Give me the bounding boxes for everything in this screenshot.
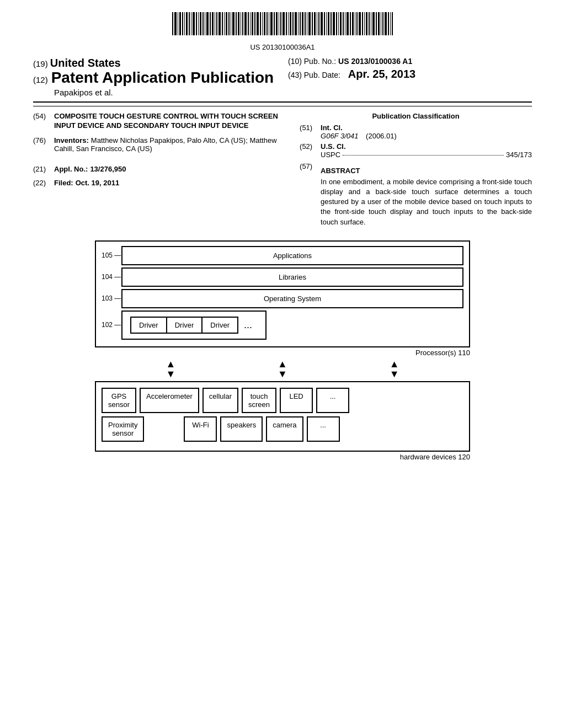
authors: Papakipos et al. [33, 88, 277, 97]
pub-date-line: (43) Pub. Date: Apr. 25, 2013 [288, 68, 532, 81]
patent-type: Patent Application Publication [51, 69, 274, 87]
svg-rect-57 [307, 12, 307, 35]
svg-rect-67 [331, 12, 332, 35]
svg-rect-25 [231, 12, 231, 35]
svg-rect-77 [355, 12, 355, 35]
country-num: (19) [33, 59, 48, 68]
svg-rect-81 [364, 12, 365, 35]
svg-rect-2 [178, 12, 178, 35]
arrow-up-3: ▲ [390, 359, 399, 369]
svg-rect-13 [202, 12, 204, 35]
filed-content: Filed:Oct. 19, 2011 [54, 179, 289, 187]
svg-rect-52 [295, 12, 297, 35]
os-layer: Operating System [121, 289, 463, 308]
svg-rect-61 [317, 12, 317, 35]
svg-rect-47 [282, 12, 285, 35]
diagram-section: 105 — Applications 104 — Libraries 103 —… [33, 240, 532, 461]
svg-rect-74 [347, 12, 349, 35]
arrow-down-3: ▼ [390, 369, 399, 379]
libraries-row: 104 — Libraries [102, 267, 463, 287]
header-section: (19) United States (12) Patent Applicati… [33, 57, 532, 97]
svg-rect-35 [254, 12, 255, 35]
svg-rect-68 [333, 12, 335, 35]
header-left: (19) United States (12) Patent Applicati… [33, 57, 277, 97]
int-cl-content: Int. Cl. G06F 3/041 (2006.01) [321, 124, 532, 140]
filed-value: Oct. 19, 2011 [76, 179, 120, 187]
arrow-2: ▲ ▼ [278, 359, 287, 379]
type-num: (12) [33, 75, 48, 84]
hw-empty [147, 416, 180, 442]
arrow-up-2: ▲ [278, 359, 287, 369]
header-right: (10) Pub. No.: US 2013/0100036 A1 (43) P… [277, 57, 532, 81]
svg-rect-83 [369, 12, 370, 35]
hw-row-2: Proximity sensor Wi-Fi speakers camera .… [102, 416, 463, 442]
abstract-heading: ABSTRACT [321, 167, 532, 175]
hw-cellular: cellular [202, 388, 238, 413]
svg-rect-11 [198, 12, 199, 35]
svg-rect-72 [343, 12, 344, 35]
dots [343, 155, 504, 156]
svg-rect-59 [312, 12, 313, 35]
svg-rect-69 [336, 12, 337, 35]
driver-2: Driver [166, 317, 203, 334]
svg-rect-48 [286, 12, 287, 35]
os-row: 103 — Operating System [102, 289, 463, 308]
layer-103-num: 103 — [102, 295, 121, 302]
divider-top [33, 101, 532, 103]
svg-rect-37 [260, 12, 261, 35]
svg-rect-10 [196, 12, 197, 35]
svg-rect-54 [300, 12, 301, 35]
svg-rect-79 [359, 12, 361, 35]
driver-1: Driver [130, 317, 167, 334]
svg-rect-85 [372, 12, 375, 35]
processor-label: Processor(s) 110 [415, 349, 470, 357]
patent-number-display: US 20130100036A1 [33, 43, 532, 51]
layer-104-num: 104 — [102, 273, 121, 281]
barcode-image [167, 11, 398, 39]
libraries-layer: Libraries [121, 267, 463, 287]
title-num: (54) [33, 112, 54, 131]
svg-rect-33 [250, 12, 250, 35]
us-cl-label: U.S. Cl. [321, 142, 346, 151]
svg-rect-87 [378, 12, 380, 35]
pub-number-line: (10) Pub. No.: US 2013/0100036 A1 [288, 57, 532, 66]
applications-row: 105 — Applications [102, 246, 463, 265]
pub-date-value: Apr. 25, 2013 [348, 68, 415, 80]
title-field: (54) COMPOSITE TOUCH GESTURE CONTROL WIT… [33, 112, 289, 131]
pub-num-label: (10) Pub. No.: [288, 57, 336, 66]
barcode-area [33, 11, 532, 41]
right-col: Publication Classification (51) Int. Cl.… [300, 112, 532, 229]
svg-rect-15 [206, 12, 209, 35]
hw-ellipsis-1: ... [316, 388, 349, 413]
svg-rect-39 [264, 12, 265, 35]
os-box: Operating System [121, 289, 463, 308]
int-cl-label: Int. Cl. [321, 124, 343, 132]
abstract-num: (57) [300, 162, 321, 227]
svg-rect-60 [314, 12, 316, 35]
svg-rect-56 [305, 12, 306, 35]
svg-rect-91 [388, 12, 389, 35]
hw-ellipsis-2: ... [307, 416, 340, 442]
svg-rect-44 [276, 12, 278, 35]
hardware-outer: GPS sensor Accelerometer cellular touch … [95, 381, 470, 452]
svg-rect-63 [321, 12, 323, 35]
pub-num-value: US 2013/0100036 A1 [338, 57, 412, 66]
svg-rect-41 [269, 12, 269, 35]
appl-num: (21) [33, 165, 54, 173]
arrow-down-1: ▼ [166, 369, 175, 379]
title-text: COMPOSITE TOUCH GESTURE CONTROL WITH TOU… [54, 112, 278, 130]
svg-rect-31 [244, 12, 247, 35]
appl-label: Appl. No.: [54, 165, 88, 173]
hw-speakers: speakers [220, 416, 263, 442]
svg-rect-19 [216, 12, 217, 35]
driver-3: Driver [201, 317, 238, 334]
svg-rect-45 [279, 12, 279, 35]
svg-rect-88 [381, 12, 381, 35]
svg-rect-53 [298, 12, 299, 35]
drivers-content: Driver Driver Driver ... [121, 311, 463, 340]
svg-rect-64 [324, 12, 325, 35]
svg-rect-16 [210, 12, 211, 35]
us-cl-content: U.S. Cl. USPC 345/173 [321, 142, 532, 159]
int-cl-row: (51) Int. Cl. G06F 3/041 (2006.01) [300, 124, 532, 140]
filed-num: (22) [33, 179, 54, 187]
